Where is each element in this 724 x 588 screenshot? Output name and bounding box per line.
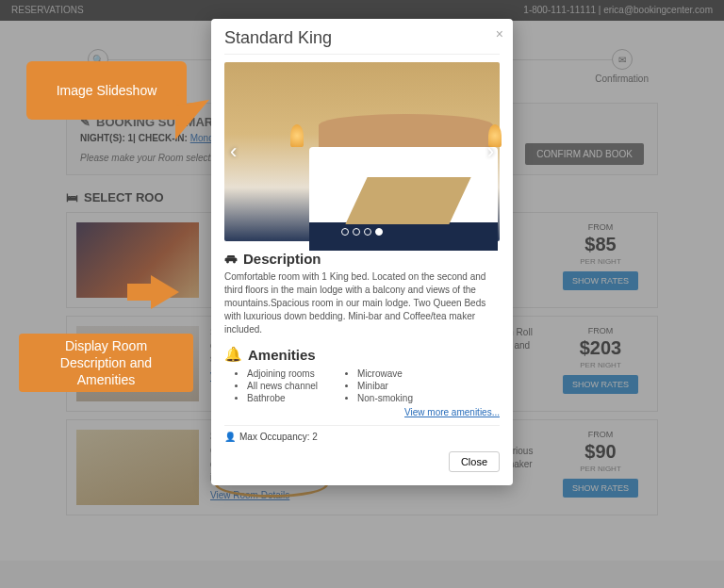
amenity-item: All news channel bbox=[247, 381, 318, 391]
slide-dot[interactable] bbox=[364, 228, 371, 236]
svg-point-2 bbox=[233, 260, 236, 263]
svg-rect-0 bbox=[225, 257, 238, 261]
image-slideshow[interactable]: ‹ › bbox=[224, 62, 500, 241]
max-occupancy: 👤Max Occupancy: 2 bbox=[224, 425, 500, 442]
amenity-item: Microwave bbox=[357, 368, 413, 379]
close-button[interactable]: Close bbox=[449, 451, 500, 472]
svg-point-1 bbox=[226, 260, 229, 263]
amenity-icon: 🔔 bbox=[224, 346, 242, 363]
amenities-heading: 🔔 Amenities bbox=[224, 346, 500, 363]
close-icon[interactable]: × bbox=[496, 26, 503, 41]
view-more-amenities-link[interactable]: View more amenities... bbox=[404, 407, 500, 417]
description-text: Comfortable room with 1 King bed. Locate… bbox=[224, 270, 500, 336]
callout-slideshow: Image Slideshow bbox=[26, 61, 187, 120]
amenity-item: Adjoining rooms bbox=[247, 368, 318, 379]
amenity-item: Bathrobe bbox=[247, 393, 318, 403]
callout-description: Display Room Description and Amenities bbox=[19, 334, 193, 392]
amenities-list: Adjoining rooms All news channel Bathrob… bbox=[236, 367, 500, 405]
person-icon: 👤 bbox=[224, 432, 236, 442]
chevron-right-icon[interactable]: › bbox=[487, 139, 494, 164]
modal-title: Standard King bbox=[224, 28, 500, 55]
slide-dot[interactable] bbox=[375, 228, 383, 236]
description-heading: Description bbox=[224, 251, 500, 267]
car-icon bbox=[224, 253, 238, 265]
chevron-left-icon[interactable]: ‹ bbox=[230, 139, 237, 164]
arrow-right-icon bbox=[151, 275, 179, 309]
slide-dot[interactable] bbox=[353, 228, 360, 236]
slide-dots[interactable] bbox=[341, 228, 383, 236]
room-details-modal: × Standard King ‹ › Description Comforta… bbox=[211, 19, 513, 485]
amenity-item: Non-smoking bbox=[357, 393, 413, 403]
amenity-item: Minibar bbox=[357, 381, 413, 391]
slide-dot[interactable] bbox=[341, 228, 349, 236]
